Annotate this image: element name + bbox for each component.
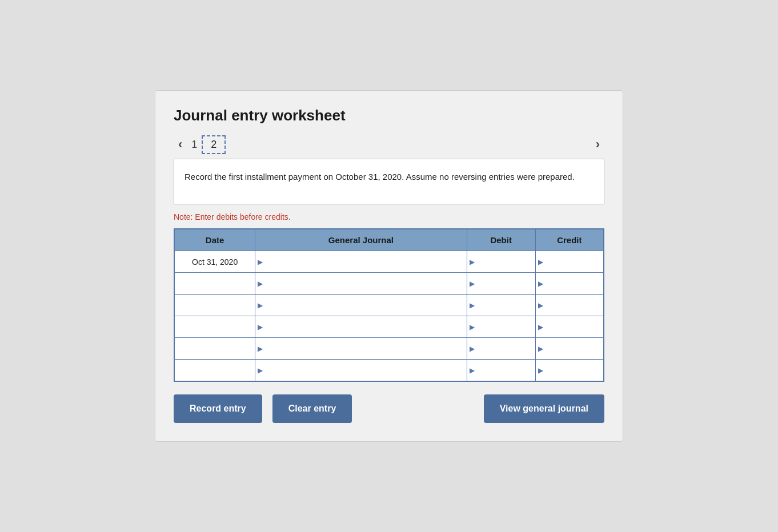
prev-page-button[interactable]: ‹ [174, 135, 187, 154]
page-1-button[interactable]: 1 [191, 139, 197, 151]
general-journal-input[interactable] [255, 251, 467, 272]
general-journal-cell[interactable]: ▶ [255, 251, 467, 273]
general-journal-cell[interactable]: ▶ [255, 338, 467, 360]
general-journal-cell[interactable]: ▶ [255, 295, 467, 316]
general-journal-cell[interactable]: ▶ [255, 273, 467, 295]
general-journal-input[interactable] [255, 273, 467, 294]
general-journal-input[interactable] [255, 295, 467, 316]
debit-cell[interactable]: ▶ [467, 295, 535, 316]
credit-input[interactable] [536, 316, 603, 337]
clear-entry-button[interactable]: Clear entry [272, 394, 352, 423]
credit-input[interactable] [536, 251, 603, 272]
credit-input[interactable] [536, 360, 603, 381]
general-journal-cell[interactable]: ▶ [255, 316, 467, 338]
instruction-text: Record the first installment payment on … [185, 172, 575, 182]
credit-input[interactable] [536, 295, 603, 316]
record-entry-button[interactable]: Record entry [174, 394, 262, 423]
debit-input[interactable] [467, 316, 535, 337]
general-journal-input[interactable] [255, 360, 467, 381]
note-text: Note: Enter debits before credits. [174, 212, 604, 221]
debit-input[interactable] [467, 295, 535, 316]
general-journal-input[interactable] [255, 338, 467, 359]
table-row: ▶▶▶ [174, 316, 604, 338]
debit-cell[interactable]: ▶ [467, 273, 535, 295]
date-cell [174, 316, 255, 338]
view-general-journal-button[interactable]: View general journal [484, 394, 604, 423]
date-cell [174, 338, 255, 360]
table-row: ▶▶▶ [174, 273, 604, 295]
table-row: Oct 31, 2020▶▶▶ [174, 251, 604, 273]
debit-input[interactable] [467, 273, 535, 294]
debit-cell[interactable]: ▶ [467, 316, 535, 338]
next-page-button[interactable]: › [591, 135, 604, 154]
debit-input[interactable] [467, 251, 535, 272]
debit-cell[interactable]: ▶ [467, 360, 535, 381]
debit-input[interactable] [467, 360, 535, 381]
date-cell [174, 295, 255, 316]
debit-cell[interactable]: ▶ [467, 338, 535, 360]
table-row: ▶▶▶ [174, 360, 604, 381]
instruction-box: Record the first installment payment on … [174, 159, 604, 204]
table-row: ▶▶▶ [174, 295, 604, 316]
general-journal-cell[interactable]: ▶ [255, 360, 467, 381]
debit-cell[interactable]: ▶ [467, 251, 535, 273]
page-2-button[interactable]: 2 [202, 135, 226, 154]
credit-cell[interactable]: ▶ [535, 251, 604, 273]
col-header-general: General Journal [255, 229, 467, 251]
main-container: Journal entry worksheet ‹ 1 2 › Record t… [155, 90, 623, 442]
debit-input[interactable] [467, 338, 535, 359]
nav-row: ‹ 1 2 › [174, 135, 604, 154]
date-cell: Oct 31, 2020 [174, 251, 255, 273]
credit-input[interactable] [536, 338, 603, 359]
credit-input[interactable] [536, 273, 603, 294]
credit-cell[interactable]: ▶ [535, 316, 604, 338]
date-cell [174, 360, 255, 381]
button-row: Record entry Clear entry View general jo… [174, 394, 604, 423]
general-journal-input[interactable] [255, 316, 467, 337]
credit-cell[interactable]: ▶ [535, 360, 604, 381]
journal-table: Date General Journal Debit Credit Oct 31… [174, 228, 604, 382]
credit-cell[interactable]: ▶ [535, 295, 604, 316]
table-row: ▶▶▶ [174, 338, 604, 360]
col-header-credit: Credit [535, 229, 604, 251]
date-cell [174, 273, 255, 295]
credit-cell[interactable]: ▶ [535, 273, 604, 295]
page-title: Journal entry worksheet [174, 107, 604, 124]
col-header-debit: Debit [467, 229, 535, 251]
credit-cell[interactable]: ▶ [535, 338, 604, 360]
col-header-date: Date [174, 229, 255, 251]
